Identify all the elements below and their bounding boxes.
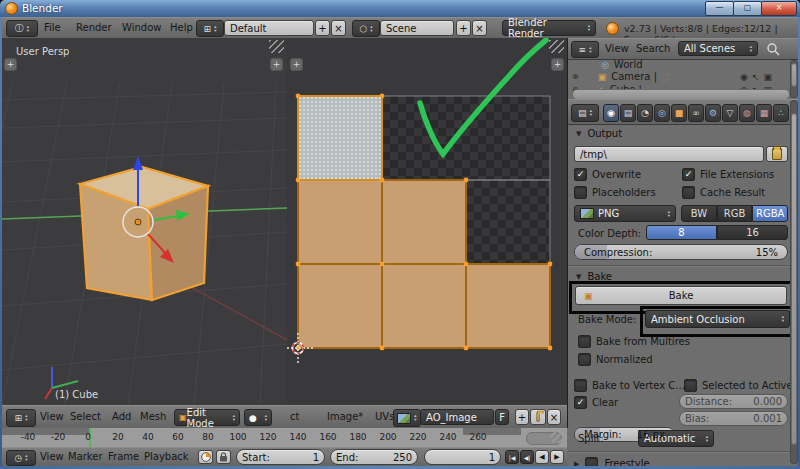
current-frame-field[interactable]: 1 [424,449,501,465]
margin-slider[interactable]: Margin:16 px [574,427,675,442]
bake-to-vertex-checkbox[interactable]: Bake to Vertex C... [574,379,685,392]
menu-add-3d[interactable]: Add [112,411,131,422]
maximize-button[interactable] [733,1,762,16]
mode-select[interactable]: ▣Edit Mode [174,409,240,426]
scene-field[interactable]: Scene [380,20,454,36]
area-resize-corner[interactable] [550,429,565,443]
bias-field[interactable]: Bias:0.001 [679,411,788,426]
menu-frame[interactable]: Frame [108,451,139,462]
overwrite-checkbox[interactable]: Overwrite [574,168,641,181]
menu-help[interactable]: Help [170,22,193,33]
title-bar[interactable]: Blender [0,0,800,17]
cursor-icon[interactable]: ↖ [752,72,760,82]
region-expand-right-icon[interactable]: + [270,58,283,71]
tab-render-layers[interactable]: ▤ [620,104,636,122]
scene-icon-button[interactable]: ⬡ [352,20,380,37]
delete-layout-button[interactable]: × [331,20,346,36]
viewport-shading-select[interactable]: ● [244,409,272,426]
search-icon[interactable] [766,42,780,56]
tab-particles[interactable]: ∴ [773,104,789,122]
jump-to-start-button[interactable]: |◀ [505,450,519,464]
render-engine-select[interactable]: Blender Render [502,20,596,36]
uv-image-editor[interactable]: + + ct Image* UVs AO_Image F + × [287,38,568,428]
new-image-button[interactable]: + [515,409,529,425]
tab-world[interactable]: ◎ [654,104,670,122]
menu-view-3d[interactable]: View [40,411,64,422]
outliner-item-camera[interactable]: ⊕▣Camera |◌ [572,71,670,82]
3d-viewport[interactable]: User Persp + + (1) Cube ⊞ View Select Ad… [2,38,288,428]
unlink-image-button[interactable]: × [547,409,561,425]
minimize-button[interactable] [705,1,734,16]
area-resize-corner[interactable] [269,40,284,53]
properties-vscrollbar[interactable] [790,100,798,464]
editor-type-info-button[interactable]: ⓘ [6,20,38,37]
selected-to-active-checkbox[interactable]: Selected to Active [684,379,793,392]
tab-material[interactable]: ◍ [739,104,755,122]
menu-window[interactable]: Window [122,22,161,33]
image-name-field[interactable]: AO_Image [420,409,494,425]
menu-view-timeline[interactable]: View [40,451,64,462]
menu-mesh-3d[interactable]: Mesh [140,411,166,422]
time-sync-button[interactable] [198,450,213,464]
distance-field[interactable]: Distance:0.000 [679,394,788,409]
depth-16-button[interactable]: 16 [717,225,788,240]
tab-object-data[interactable]: ▽ [722,104,738,122]
menu-select-clipped[interactable]: ct [290,411,299,422]
add-scene-button[interactable]: + [456,20,471,36]
editor-type-outliner-button[interactable]: ≡ [571,41,599,58]
add-layout-button[interactable]: + [315,20,330,36]
outliner-restrict-icons[interactable]: ◉↖▣ [740,72,772,82]
area-resize-corner[interactable] [549,40,564,53]
normalized-checkbox[interactable]: Normalized [578,353,653,366]
tab-modifiers[interactable]: ⚙ [705,104,721,122]
placeholders-checkbox[interactable]: Placeholders [574,186,656,199]
screen-layout-icon-button[interactable]: ⊞ [196,20,224,37]
menu-marker[interactable]: Marker [68,451,103,462]
cube-object[interactable] [80,167,208,300]
outliner-vscrollbar[interactable] [790,60,798,98]
depth-8-button[interactable]: 8 [646,225,717,240]
editor-type-properties-button[interactable]: ▤ [571,104,599,122]
menu-view-outliner[interactable]: View [605,43,629,54]
output-panel-header[interactable]: Output [576,128,622,139]
channels-rgba-button[interactable]: RGBA [752,205,788,222]
tab-texture[interactable]: ▦ [756,104,772,122]
menu-render[interactable]: Render [76,22,112,33]
close-button[interactable] [761,1,797,16]
frame-start-field[interactable]: Start:1 [236,449,325,465]
menu-select-3d[interactable]: Select [70,411,101,422]
image-browse-button[interactable] [393,409,421,427]
cache-result-checkbox[interactable]: Cache Result [682,186,765,199]
bake-from-multires-checkbox[interactable]: Bake from Multires [578,335,690,348]
timeline-ruler[interactable]: -40 -20 0 20 40 60 80 100 120 140 160 18… [2,428,567,448]
screen-layout-field[interactable]: Default [224,20,314,36]
menu-playback[interactable]: Playback [144,451,189,462]
editor-type-3d-button[interactable]: ⊞ [6,409,36,427]
region-expand-left-icon[interactable]: + [290,58,303,71]
region-expand-right-icon[interactable]: + [551,58,564,71]
render-restrict-icon[interactable]: ▣ [763,72,772,82]
browse-output-button[interactable] [766,146,788,162]
tab-render[interactable]: ◉ [603,104,619,122]
menu-uvs[interactable]: UVs [375,411,394,422]
tab-object[interactable]: ■ [671,104,687,122]
fake-user-button[interactable]: F [495,409,509,425]
region-expand-left-icon[interactable]: + [4,58,17,71]
menu-image[interactable]: Image* [327,411,363,422]
open-image-button[interactable] [530,409,546,425]
output-path-field[interactable]: /tmp\ [574,146,764,162]
eye-icon[interactable]: ◉ [740,72,748,82]
outliner-filter-select[interactable]: All Scenes [678,41,758,56]
clear-checkbox[interactable]: Clear [574,396,618,409]
previous-keyframe-button[interactable]: ◀| [520,450,534,464]
menu-search-outliner[interactable]: Search [636,43,670,54]
file-format-select[interactable]: PNG [574,205,676,222]
channels-rgb-button[interactable]: RGB [717,205,753,222]
frame-end-field[interactable]: End:250 [330,449,418,465]
tab-scene[interactable]: ◔ [637,104,653,122]
lock-button[interactable] [216,450,231,464]
editor-type-timeline-button[interactable]: ◷ [6,450,36,466]
channels-bw-button[interactable]: BW [681,205,717,222]
play-button[interactable]: ▶ [550,450,564,464]
file-extensions-checkbox[interactable]: File Extensions [682,168,774,181]
